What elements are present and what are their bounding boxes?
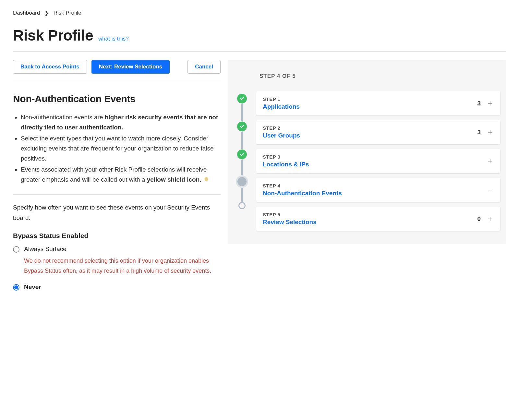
step-card-count: 3 [477,129,481,136]
divider [13,51,506,52]
next-button[interactable]: Next: Review Selections [91,60,170,74]
list-item: Non-authentication events are higher ris… [21,112,221,133]
step-markers [235,91,248,209]
what-is-this-link[interactable]: what is this? [98,36,129,42]
warning-text: We do not recommend selecting this optio… [24,256,221,276]
step-card-non-auth-events[interactable]: STEP 4 Non-Authentication Events [256,178,500,202]
step-card-title: Non-Authentication Events [263,190,487,197]
bullet1-pre: Non-authentication events are [21,114,105,121]
shield-icon [204,175,209,181]
step-connector [241,103,243,122]
step-connector [241,159,243,175]
radio-option-always[interactable]: Always Surface [13,246,221,253]
step-card-user-groups[interactable]: STEP 2 User Groups 3 [256,120,500,144]
plus-icon[interactable] [487,100,494,107]
list-item: Events associated with your other Risk P… [21,164,221,185]
minus-icon[interactable] [487,186,494,194]
step-indicator: STEP 4 OF 5 [260,73,500,79]
step-marker-current [236,175,248,188]
bullet3-bold: yellow shield icon. [147,176,201,183]
divider [13,83,221,83]
plus-icon[interactable] [487,129,494,136]
cancel-button[interactable]: Cancel [187,60,221,74]
step-card-applications[interactable]: STEP 1 Applications 3 [256,91,500,115]
frequency-instruction: Specify how often you want to see these … [13,202,221,223]
radio-option-never[interactable]: Never [13,283,221,291]
step-connector [241,188,243,202]
step-card-label: STEP 4 [263,183,487,188]
step-card-locations-ips[interactable]: STEP 3 Locations & IPs [256,149,500,173]
step-card-label: STEP 3 [263,154,487,160]
step-marker-done [237,122,247,131]
breadcrumb-dashboard-link[interactable]: Dashboard [13,10,40,16]
back-button[interactable]: Back to Access Points [13,60,87,74]
radio-label: Always Surface [24,246,66,253]
step-card-title: Applications [263,103,477,110]
step-card-count: 3 [477,100,481,107]
step-card-review-selections[interactable]: STEP 5 Review Selections 0 [256,207,500,231]
step-connector [241,131,243,150]
step-card-label: STEP 2 [263,125,477,131]
step-marker-future [238,202,246,209]
plus-icon[interactable] [487,215,494,222]
radio-icon[interactable] [13,284,19,291]
plus-icon[interactable] [487,158,494,165]
step-card-title: Locations & IPs [263,161,487,168]
step-card-label: STEP 1 [263,96,477,102]
step-card-title: Review Selections [263,219,477,226]
breadcrumb: Dashboard ❯ Risk Profile [13,10,506,16]
step-marker-done [237,94,247,103]
divider [13,194,221,195]
step-card-title: User Groups [263,132,477,139]
subsection-title: Bypass Status Enabled [13,232,221,240]
breadcrumb-current: Risk Profile [54,10,81,16]
radio-icon[interactable] [13,246,19,253]
radio-label: Never [24,283,41,291]
step-card-count: 0 [477,215,481,222]
step-marker-done [237,150,247,159]
page-title: Risk Profile [13,27,93,44]
step-card-label: STEP 5 [263,212,477,217]
section-title: Non-Authentication Events [13,93,221,104]
list-item: Select the event types that you want to … [21,133,221,164]
chevron-right-icon: ❯ [45,10,49,16]
description-list: Non-authentication events are higher ris… [13,112,221,185]
